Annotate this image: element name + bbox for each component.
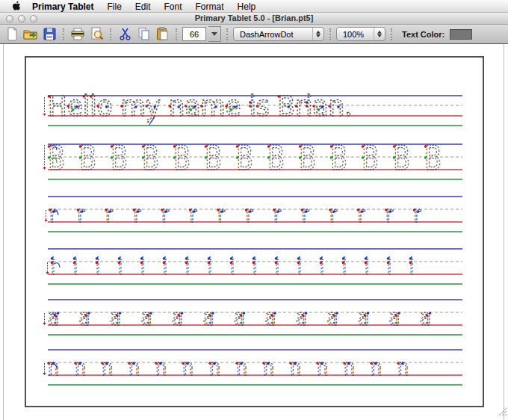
- svg-text:B: B: [330, 139, 347, 177]
- menu-item-primary-tablet[interactable]: Primary Tablet: [25, 1, 100, 12]
- document-canvas: Hello my name is Brian.BBBBBBBBBBBBBrrrr…: [0, 44, 508, 420]
- svg-text:n: n: [102, 354, 113, 380]
- text-color-swatch[interactable]: [450, 29, 472, 40]
- print-preview-button[interactable]: [88, 26, 105, 43]
- svg-text:n: n: [397, 354, 409, 380]
- menu-bar: Primary TabletFileEditFontFormatHelp: [0, 0, 508, 13]
- menu-item-format[interactable]: Format: [189, 1, 231, 12]
- toolbar: 66 DashArrowDot 100% Text Color:: [0, 25, 508, 44]
- svg-text:i: i: [342, 253, 347, 280]
- save-button[interactable]: [41, 26, 58, 43]
- window-title: Primary Tablet 5.0 - [Brian.pt5]: [0, 13, 508, 22]
- svg-text:a: a: [296, 304, 307, 330]
- svg-text:n: n: [317, 354, 328, 380]
- toolbar-separator: [391, 28, 392, 40]
- svg-text:i: i: [409, 253, 414, 280]
- menu-item-edit[interactable]: Edit: [128, 1, 158, 12]
- text-color-label: Text Color:: [402, 30, 444, 39]
- font-size-dropdown-button[interactable]: [208, 26, 221, 42]
- svg-text:B: B: [205, 139, 222, 177]
- svg-text:i: i: [96, 253, 100, 280]
- svg-text:a: a: [203, 304, 214, 330]
- svg-text:i: i: [275, 253, 279, 280]
- handwriting-practice-sheet: Hello my name is Brian.BBBBBBBBBBBBBrrrr…: [26, 58, 483, 406]
- svg-text:a: a: [141, 304, 152, 330]
- svg-text:i: i: [140, 253, 145, 280]
- menu-item-help[interactable]: Help: [231, 1, 263, 12]
- svg-text:a: a: [327, 304, 338, 330]
- svg-text:B: B: [142, 139, 159, 177]
- svg-text:B: B: [424, 139, 442, 177]
- svg-text:B: B: [267, 139, 285, 177]
- font-size-input[interactable]: 66: [182, 27, 206, 41]
- svg-text:r: r: [49, 201, 58, 227]
- svg-text:i: i: [73, 253, 78, 280]
- svg-text:n: n: [344, 354, 355, 380]
- canvas-right-edge: [504, 44, 504, 420]
- svg-text:n: n: [128, 354, 140, 380]
- svg-text:r: r: [246, 201, 254, 227]
- print-preview-icon: [90, 27, 104, 41]
- svg-text:i: i: [387, 253, 391, 280]
- svg-text:n: n: [290, 354, 301, 380]
- svg-text:r: r: [190, 201, 198, 227]
- copy-icon: [137, 27, 151, 41]
- print-icon: [70, 27, 85, 41]
- svg-text:n: n: [48, 354, 59, 380]
- title-bar: Primary Tablet 5.0 - [Brian.pt5]: [0, 13, 508, 25]
- svg-text:r: r: [273, 201, 282, 227]
- menu-items: Primary TabletFileEditFontFormatHelp: [25, 0, 262, 13]
- zoom-select[interactable]: 100%: [336, 27, 385, 41]
- svg-text:B: B: [362, 139, 379, 177]
- svg-text:r: r: [134, 201, 142, 227]
- svg-text:a: a: [172, 304, 183, 330]
- svg-text:n: n: [209, 354, 220, 380]
- svg-text:n: n: [371, 354, 382, 380]
- paste-button[interactable]: [154, 26, 170, 43]
- paste-icon: [155, 27, 170, 41]
- print-button[interactable]: [69, 26, 86, 43]
- toolbar-separator: [176, 28, 177, 40]
- toolbar-separator: [329, 28, 331, 40]
- menu-item-file[interactable]: File: [100, 1, 128, 12]
- svg-text:a: a: [389, 304, 400, 330]
- svg-text:i: i: [185, 253, 190, 280]
- svg-text:a: a: [79, 304, 90, 330]
- svg-text:r: r: [105, 201, 114, 227]
- toolbar-separator: [226, 28, 228, 40]
- svg-text:B: B: [299, 139, 316, 177]
- svg-text:a: a: [110, 304, 121, 330]
- svg-text:i: i: [118, 253, 123, 280]
- svg-text:B: B: [79, 139, 96, 177]
- svg-text:n: n: [182, 354, 193, 380]
- worksheet-page[interactable]: Hello my name is Brian.BBBBBBBBBBBBBrrrr…: [25, 56, 484, 407]
- chevron-down-icon: [211, 32, 217, 36]
- svg-text:i: i: [320, 253, 324, 280]
- svg-text:i: i: [253, 253, 257, 280]
- svg-text:B: B: [111, 139, 128, 177]
- svg-text:r: r: [161, 201, 170, 227]
- svg-text:r: r: [329, 201, 338, 227]
- cut-button[interactable]: [117, 26, 133, 43]
- copy-button[interactable]: [135, 26, 152, 43]
- new-document-button[interactable]: [4, 26, 20, 43]
- svg-text:i: i: [208, 253, 212, 280]
- svg-text:i: i: [297, 253, 302, 280]
- open-file-button[interactable]: [22, 26, 39, 43]
- window-resize-grip[interactable]: [497, 406, 507, 419]
- svg-text:i: i: [230, 253, 235, 280]
- cut-icon: [118, 27, 132, 41]
- svg-text:i: i: [365, 253, 369, 280]
- svg-text:a: a: [265, 304, 276, 330]
- svg-text:n: n: [75, 354, 86, 380]
- letter-style-select[interactable]: DashArrowDot: [233, 27, 324, 41]
- svg-text:r: r: [302, 201, 310, 227]
- svg-text:a: a: [234, 304, 245, 330]
- apple-menu-icon[interactable]: [7, 1, 25, 11]
- menu-item-font[interactable]: Font: [158, 1, 189, 12]
- svg-text:n: n: [236, 354, 247, 380]
- stepper-arrows-icon: [312, 28, 323, 40]
- svg-text:B: B: [393, 139, 410, 177]
- svg-text:B: B: [173, 139, 190, 177]
- svg-text:n: n: [263, 354, 274, 380]
